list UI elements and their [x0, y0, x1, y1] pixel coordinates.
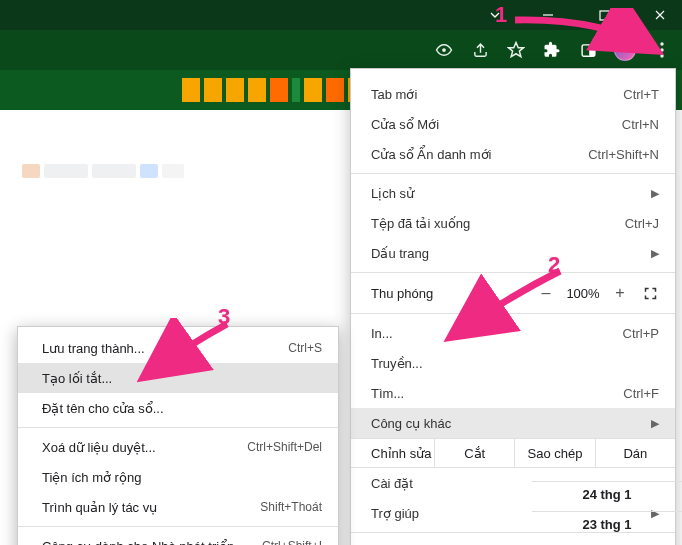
- svg-point-6: [660, 54, 663, 57]
- share-icon[interactable]: [470, 40, 490, 60]
- date-row-2: 23 thg 1: [532, 511, 682, 537]
- edit-paste[interactable]: Dán: [596, 439, 675, 467]
- annotation-badge-3: 3: [218, 304, 230, 330]
- svg-point-1: [442, 48, 446, 52]
- sidepanel-icon[interactable]: [578, 40, 598, 60]
- menu-exit[interactable]: Thoát: [351, 537, 675, 545]
- menu-zoom: Thu phóng – 100% +: [351, 277, 675, 309]
- submenu-create-shortcut[interactable]: Tạo lối tắt...: [18, 363, 338, 393]
- svg-point-5: [660, 48, 663, 51]
- eye-icon[interactable]: [434, 40, 454, 60]
- extensions-icon[interactable]: [542, 40, 562, 60]
- zoom-value: 100%: [561, 286, 605, 301]
- color-block: [304, 78, 322, 102]
- menu-find[interactable]: Tìm...Ctrl+F: [351, 378, 675, 408]
- menu-new-window[interactable]: Cửa sổ MớiCtrl+N: [351, 109, 675, 139]
- window-titlebar: [0, 0, 682, 30]
- annotation-badge-1: 1: [495, 2, 507, 28]
- avatar[interactable]: [614, 39, 636, 61]
- color-block: [182, 78, 200, 102]
- submenu-clear-data[interactable]: Xoá dữ liệu duyệt...Ctrl+Shift+Del: [18, 432, 338, 462]
- color-block: [326, 78, 344, 102]
- edit-cut[interactable]: Cắt: [435, 439, 515, 467]
- menu-incognito[interactable]: Cửa sổ Ẩn danh mớiCtrl+Shift+N: [351, 139, 675, 169]
- menu-edit-row: Chỉnh sửa Cắt Sao chép Dán: [351, 438, 675, 468]
- svg-rect-0: [600, 11, 609, 20]
- color-block: [270, 78, 288, 102]
- submenu-save-page[interactable]: Lưu trang thành...Ctrl+S: [18, 333, 338, 363]
- decorative-blocks: [182, 78, 366, 102]
- color-block: [292, 78, 300, 102]
- menu-new-tab[interactable]: Tab mớiCtrl+T: [351, 79, 675, 109]
- submenu-dev-tools[interactable]: Công cụ dành cho Nhà phát triểnCtrl+Shif…: [18, 531, 338, 545]
- minimize-button[interactable]: [530, 0, 566, 30]
- svg-point-4: [660, 42, 663, 45]
- submenu-extensions[interactable]: Tiện ích mở rộng: [18, 462, 338, 492]
- color-block: [226, 78, 244, 102]
- browser-toolbar: [0, 30, 682, 70]
- submenu-task-manager[interactable]: Trình quản lý tác vụShift+Thoát: [18, 492, 338, 522]
- maximize-button[interactable]: [586, 0, 622, 30]
- color-block: [204, 78, 222, 102]
- zoom-label: Thu phóng: [371, 286, 531, 301]
- menu-downloads[interactable]: Tệp đã tải xuốngCtrl+J: [351, 208, 675, 238]
- main-menu: Tab mớiCtrl+T Cửa sổ MớiCtrl+N Cửa sổ Ẩn…: [350, 68, 676, 545]
- annotation-badge-2: 2: [548, 252, 560, 278]
- menu-print[interactable]: In...Ctrl+P: [351, 318, 675, 348]
- more-tools-submenu: Lưu trang thành...Ctrl+S Tạo lối tắt... …: [17, 326, 339, 545]
- edit-label: Chỉnh sửa: [351, 439, 435, 467]
- edit-copy[interactable]: Sao chép: [515, 439, 595, 467]
- kebab-menu-icon[interactable]: [652, 35, 672, 65]
- menu-bookmarks[interactable]: Dấu trang▶: [351, 238, 675, 268]
- menu-history[interactable]: Lịch sử▶: [351, 178, 675, 208]
- zoom-out-button[interactable]: –: [531, 284, 561, 302]
- submenu-name-window[interactable]: Đặt tên cho cửa sổ...: [18, 393, 338, 423]
- menu-cast[interactable]: Truyền...: [351, 348, 675, 378]
- star-icon[interactable]: [506, 40, 526, 60]
- fullscreen-icon[interactable]: [635, 286, 665, 301]
- color-block: [248, 78, 266, 102]
- close-button[interactable]: [642, 0, 678, 30]
- zoom-in-button[interactable]: +: [605, 284, 635, 302]
- menu-more-tools[interactable]: Công cụ khác▶: [351, 408, 675, 438]
- svg-rect-3: [589, 44, 595, 55]
- date-row-1: 24 thg 1: [532, 481, 682, 507]
